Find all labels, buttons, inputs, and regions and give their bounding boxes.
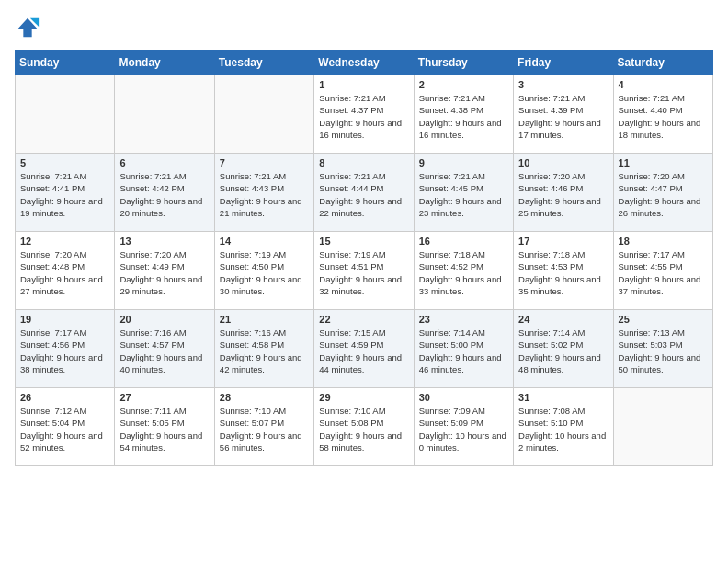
day-info: Sunrise: 7:21 AM Sunset: 4:37 PM Dayligh… (319, 92, 408, 141)
day-info: Sunrise: 7:14 AM Sunset: 5:00 PM Dayligh… (419, 327, 508, 375)
calendar-cell (214, 75, 313, 154)
calendar-cell: 29Sunrise: 7:10 AM Sunset: 5:08 PM Dayli… (314, 388, 414, 466)
day-info: Sunrise: 7:17 AM Sunset: 4:56 PM Dayligh… (20, 327, 109, 375)
calendar-cell (16, 75, 115, 154)
day-info: Sunrise: 7:20 AM Sunset: 4:46 PM Dayligh… (518, 170, 608, 219)
day-number: 6 (119, 157, 209, 168)
day-of-week-header: Saturday (613, 51, 712, 75)
logo (15, 15, 44, 40)
calendar-header-row: SundayMondayTuesdayWednesdayThursdayFrid… (16, 51, 713, 75)
day-info: Sunrise: 7:16 AM Sunset: 4:58 PM Dayligh… (220, 327, 309, 375)
day-of-week-header: Thursday (414, 51, 513, 75)
day-info: Sunrise: 7:20 AM Sunset: 4:47 PM Dayligh… (619, 170, 708, 219)
calendar-week-row: 12Sunrise: 7:20 AM Sunset: 4:48 PM Dayli… (16, 232, 713, 310)
day-number: 19 (20, 314, 109, 325)
day-number: 4 (619, 79, 708, 90)
header (15, 15, 713, 40)
calendar-table: SundayMondayTuesdayWednesdayThursdayFrid… (15, 50, 713, 466)
calendar-cell (613, 388, 712, 466)
logo-icon (15, 15, 40, 40)
calendar-cell: 19Sunrise: 7:17 AM Sunset: 4:56 PM Dayli… (16, 310, 115, 388)
day-number: 13 (119, 236, 209, 247)
calendar-cell: 7Sunrise: 7:21 AM Sunset: 4:43 PM Daylig… (214, 154, 313, 232)
calendar-week-row: 26Sunrise: 7:12 AM Sunset: 5:04 PM Dayli… (16, 388, 713, 466)
day-info: Sunrise: 7:21 AM Sunset: 4:44 PM Dayligh… (319, 170, 408, 219)
day-number: 10 (518, 157, 608, 168)
calendar-cell: 1Sunrise: 7:21 AM Sunset: 4:37 PM Daylig… (314, 75, 414, 154)
day-number: 29 (319, 392, 408, 403)
calendar-cell (115, 75, 214, 154)
calendar-cell: 9Sunrise: 7:21 AM Sunset: 4:45 PM Daylig… (414, 154, 513, 232)
day-number: 16 (419, 236, 508, 247)
day-info: Sunrise: 7:21 AM Sunset: 4:43 PM Dayligh… (220, 170, 309, 219)
day-of-week-header: Monday (115, 51, 214, 75)
day-number: 5 (20, 157, 109, 168)
day-number: 3 (518, 79, 608, 90)
day-info: Sunrise: 7:16 AM Sunset: 4:57 PM Dayligh… (119, 327, 209, 375)
day-number: 26 (20, 392, 109, 403)
calendar-cell: 30Sunrise: 7:09 AM Sunset: 5:09 PM Dayli… (414, 388, 513, 466)
day-number: 17 (518, 236, 608, 247)
day-number: 27 (119, 392, 209, 403)
calendar-cell: 17Sunrise: 7:18 AM Sunset: 4:53 PM Dayli… (514, 232, 613, 310)
day-info: Sunrise: 7:21 AM Sunset: 4:45 PM Dayligh… (419, 170, 508, 219)
calendar-cell: 31Sunrise: 7:08 AM Sunset: 5:10 PM Dayli… (514, 388, 613, 466)
day-of-week-header: Tuesday (214, 51, 313, 75)
calendar-cell: 28Sunrise: 7:10 AM Sunset: 5:07 PM Dayli… (214, 388, 313, 466)
calendar-cell: 16Sunrise: 7:18 AM Sunset: 4:52 PM Dayli… (414, 232, 513, 310)
calendar-week-row: 19Sunrise: 7:17 AM Sunset: 4:56 PM Dayli… (16, 310, 713, 388)
day-info: Sunrise: 7:10 AM Sunset: 5:08 PM Dayligh… (319, 405, 408, 454)
day-info: Sunrise: 7:20 AM Sunset: 4:48 PM Dayligh… (20, 248, 109, 297)
day-of-week-header: Sunday (16, 51, 115, 75)
calendar-cell: 4Sunrise: 7:21 AM Sunset: 4:40 PM Daylig… (613, 75, 712, 154)
day-info: Sunrise: 7:17 AM Sunset: 4:55 PM Dayligh… (619, 248, 708, 297)
day-number: 22 (319, 314, 408, 325)
day-number: 18 (619, 236, 708, 247)
calendar-cell: 13Sunrise: 7:20 AM Sunset: 4:49 PM Dayli… (115, 232, 214, 310)
day-info: Sunrise: 7:21 AM Sunset: 4:42 PM Dayligh… (119, 170, 209, 219)
calendar-cell: 6Sunrise: 7:21 AM Sunset: 4:42 PM Daylig… (115, 154, 214, 232)
day-info: Sunrise: 7:08 AM Sunset: 5:10 PM Dayligh… (518, 405, 608, 454)
day-number: 28 (220, 392, 309, 403)
day-number: 7 (220, 157, 309, 168)
day-number: 20 (119, 314, 209, 325)
calendar-cell: 14Sunrise: 7:19 AM Sunset: 4:50 PM Dayli… (214, 232, 313, 310)
day-info: Sunrise: 7:21 AM Sunset: 4:41 PM Dayligh… (20, 170, 109, 219)
calendar-cell: 27Sunrise: 7:11 AM Sunset: 5:05 PM Dayli… (115, 388, 214, 466)
calendar-cell: 23Sunrise: 7:14 AM Sunset: 5:00 PM Dayli… (414, 310, 513, 388)
calendar-cell: 26Sunrise: 7:12 AM Sunset: 5:04 PM Dayli… (16, 388, 115, 466)
day-number: 14 (220, 236, 309, 247)
day-number: 2 (419, 79, 508, 90)
calendar-cell: 5Sunrise: 7:21 AM Sunset: 4:41 PM Daylig… (16, 154, 115, 232)
day-number: 21 (220, 314, 309, 325)
calendar-cell: 22Sunrise: 7:15 AM Sunset: 4:59 PM Dayli… (314, 310, 414, 388)
day-info: Sunrise: 7:09 AM Sunset: 5:09 PM Dayligh… (419, 405, 508, 454)
day-number: 9 (419, 157, 508, 168)
calendar-week-row: 5Sunrise: 7:21 AM Sunset: 4:41 PM Daylig… (16, 154, 713, 232)
day-number: 11 (619, 157, 708, 168)
calendar-cell: 21Sunrise: 7:16 AM Sunset: 4:58 PM Dayli… (214, 310, 313, 388)
day-number: 25 (619, 314, 708, 325)
day-info: Sunrise: 7:19 AM Sunset: 4:51 PM Dayligh… (319, 248, 408, 297)
day-number: 1 (319, 79, 408, 90)
calendar-cell: 15Sunrise: 7:19 AM Sunset: 4:51 PM Dayli… (314, 232, 414, 310)
day-info: Sunrise: 7:13 AM Sunset: 5:03 PM Dayligh… (619, 327, 708, 375)
calendar-cell: 12Sunrise: 7:20 AM Sunset: 4:48 PM Dayli… (16, 232, 115, 310)
day-number: 24 (518, 314, 608, 325)
day-info: Sunrise: 7:10 AM Sunset: 5:07 PM Dayligh… (220, 405, 309, 454)
day-info: Sunrise: 7:18 AM Sunset: 4:53 PM Dayligh… (518, 248, 608, 297)
day-info: Sunrise: 7:15 AM Sunset: 4:59 PM Dayligh… (319, 327, 408, 375)
day-of-week-header: Wednesday (314, 51, 414, 75)
day-info: Sunrise: 7:12 AM Sunset: 5:04 PM Dayligh… (20, 405, 109, 454)
calendar-cell: 24Sunrise: 7:14 AM Sunset: 5:02 PM Dayli… (514, 310, 613, 388)
day-number: 8 (319, 157, 408, 168)
day-number: 31 (518, 392, 608, 403)
day-of-week-header: Friday (514, 51, 613, 75)
day-info: Sunrise: 7:21 AM Sunset: 4:39 PM Dayligh… (518, 92, 608, 141)
calendar-cell: 2Sunrise: 7:21 AM Sunset: 4:38 PM Daylig… (414, 75, 513, 154)
day-number: 12 (20, 236, 109, 247)
calendar-cell: 25Sunrise: 7:13 AM Sunset: 5:03 PM Dayli… (613, 310, 712, 388)
calendar-cell: 10Sunrise: 7:20 AM Sunset: 4:46 PM Dayli… (514, 154, 613, 232)
day-info: Sunrise: 7:21 AM Sunset: 4:40 PM Dayligh… (619, 92, 708, 141)
day-info: Sunrise: 7:21 AM Sunset: 4:38 PM Dayligh… (419, 92, 508, 141)
